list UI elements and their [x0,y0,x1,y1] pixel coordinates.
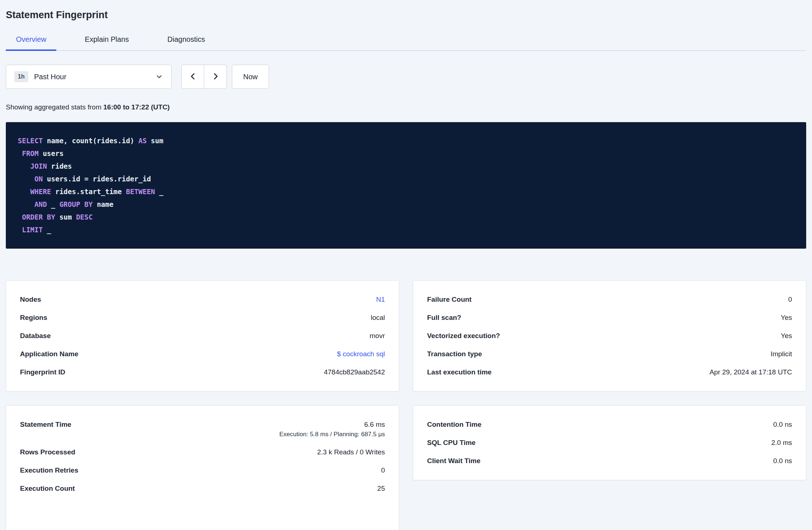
next-interval-button[interactable] [204,65,227,89]
chevron-down-icon [155,73,163,81]
row-value: 0 [788,296,792,303]
card-row: Failure Count0 [427,290,792,309]
sql-text: _ [43,226,51,234]
row-value-group: movr [370,332,385,340]
row-value: Yes [781,314,792,321]
aggregated-stats-summary: Showing aggregated stats from 16:00 to 1… [6,103,806,111]
interval-badge: 1h [14,71,28,82]
stats-cards-grid: NodesN1RegionslocalDatabasemovrApplicati… [6,280,806,530]
sql-text [18,175,35,183]
tab-explain-plans[interactable]: Explain Plans [75,33,139,51]
row-value-group: N1 [376,296,385,304]
time-toolbar: 1h Past Hour Now [6,65,806,89]
row-value-link[interactable]: $ cockroach sql [337,350,385,358]
tab-diagnostics[interactable]: Diagnostics [157,33,215,51]
row-value-group: $ cockroach sql [337,350,385,358]
sql-line: SELECT name, count(rides.id) AS sum [18,134,794,147]
metadata-card: NodesN1RegionslocalDatabasemovrApplicati… [6,280,399,392]
chevron-left-icon [188,72,198,82]
row-label: Transaction type [427,350,482,358]
row-label: Contention Time [427,421,482,429]
sql-keyword: DESC [76,213,93,221]
row-value-group: Apr 29, 2024 at 17:18 UTC [710,368,792,376]
row-label: Client Wait Time [427,457,481,465]
interval-step-buttons [181,65,227,89]
statement-fingerprint-page: Statement Fingerprint OverviewExplain Pl… [0,0,812,530]
row-value: local [371,314,385,321]
sql-line: ORDER BY sum DESC [18,211,794,224]
card-row: Client Wait Time0.0 ns [427,452,792,470]
tab-overview[interactable]: Overview [6,33,56,51]
sql-line: FROM users [18,147,794,160]
row-value-group: 0.0 ns [773,457,792,465]
row-value: 2.0 ms [771,439,792,446]
row-value: 2.3 k Reads / 0 Writes [317,448,385,456]
now-button[interactable]: Now [232,65,269,89]
row-value-group: local [371,314,385,322]
row-value: 4784cb829aab2542 [324,368,385,376]
row-label: Nodes [20,296,41,304]
card-row: Contention Time0.0 ns [427,415,792,434]
row-label: Last execution time [427,368,491,376]
card-row: Execution Retries0 [20,461,385,479]
sql-text: rides [47,162,72,170]
sql-keyword: BETWEEN [126,188,155,196]
row-value-group: Yes [781,332,792,340]
row-label: Failure Count [427,296,471,304]
row-label: Regions [20,314,47,322]
row-value-group: 0 [381,466,385,474]
time-interval-dropdown[interactable]: 1h Past Hour [6,65,172,89]
row-value: 0 [381,466,385,474]
row-value-group: Yes [781,314,792,322]
card-row: Fingerprint ID4784cb829aab2542 [20,363,385,381]
interval-label: Past Hour [34,73,67,81]
row-label: Vectorized execution? [427,332,500,340]
sql-text [18,188,30,196]
row-value: 6.6 ms [364,421,385,428]
row-value-group: 6.6 msExecution: 5.8 ms / Planning: 687.… [280,421,385,438]
sql-text: sum [55,213,76,221]
card-row: Vectorized execution?Yes [427,327,792,345]
execution-attributes-card: Failure Count0Full scan?YesVectorized ex… [413,280,806,392]
row-label: Rows Processed [20,448,75,456]
sql-text [18,162,30,170]
sql-line: JOIN rides [18,160,794,173]
summary-range: 16:00 to 17:22 (UTC) [103,103,170,111]
sql-text: _ [47,200,59,208]
row-value-link[interactable]: N1 [376,296,385,303]
previous-interval-button[interactable] [181,65,204,89]
sql-text [18,213,22,221]
row-value: 0.0 ns [773,457,792,465]
sql-statement-box: SELECT name, count(rides.id) AS sum FROM… [6,122,806,249]
row-label: Application Name [20,350,78,358]
summary-prefix: Showing aggregated stats from [6,103,103,111]
statement-stats-card: Statement Time6.6 msExecution: 5.8 ms / … [6,405,399,530]
card-row: Regionslocal [20,309,385,327]
sql-keyword: ON [35,175,43,183]
row-value: 0.0 ns [773,421,792,428]
chevron-right-icon [211,72,220,82]
row-subvalue: Execution: 5.8 ms / Planning: 687.5 µs [280,431,385,438]
sql-keyword: JOIN [30,162,47,170]
row-value: Apr 29, 2024 at 17:18 UTC [710,368,792,376]
row-value-group: 4784cb829aab2542 [324,368,385,376]
sql-text: name, count(rides.id) [43,137,138,145]
sql-text: users [39,149,64,157]
sql-line: WHERE rides.start_time BETWEEN _ [18,185,794,198]
row-label: Database [20,332,51,340]
row-label: Full scan? [427,314,461,322]
sql-text: users.id = rides.rider_id [43,175,151,183]
sql-keyword: GROUP BY [59,200,93,208]
sql-line: AND _ GROUP BY name [18,198,794,211]
row-value: Yes [781,332,792,340]
card-row: Statement Time6.6 msExecution: 5.8 ms / … [20,415,385,443]
row-value: Implicit [771,350,792,358]
card-row: Rows Processed2.3 k Reads / 0 Writes [20,443,385,461]
page-title: Statement Fingerprint [6,9,806,21]
sql-text [18,226,22,234]
row-value: movr [370,332,385,340]
sql-keyword: LIMIT [22,226,43,234]
row-label: Statement Time [20,421,71,429]
card-row: Application Name$ cockroach sql [20,345,385,363]
row-label: Execution Retries [20,466,79,474]
